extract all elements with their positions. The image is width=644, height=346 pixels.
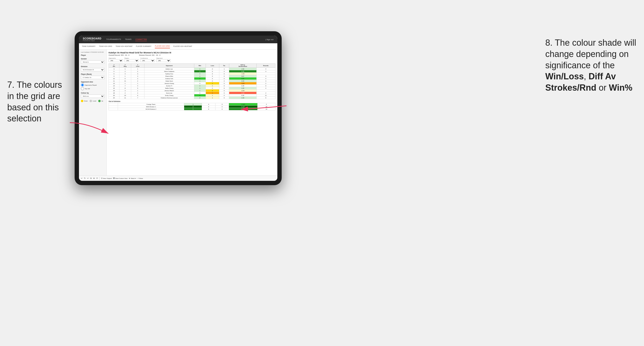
paste-icon[interactable]: ⊕ [93, 177, 95, 179]
top-nav: SCOREBOARD Powered by clippd TOURNAMENTS… [79, 36, 277, 43]
filter-opponents: Opponents: (All) [108, 57, 123, 62]
sub-nav-team-h2h-heatmap[interactable]: TEAM H2H HEATMAP [116, 44, 133, 48]
sub-nav-player-summary[interactable]: PLAYER SUMMARY [136, 44, 152, 48]
legend-up-label: Up [101, 100, 103, 102]
sidebar-timestamp: Last Updated: 27/03/2024 16:55:38 [81, 51, 104, 53]
sub-nav-player-h2h-grid[interactable]: PLAYER H2H GRID [155, 44, 170, 48]
sidebar-radio-group: Opponents Played Top 100 [81, 83, 104, 90]
legend-down: Down [81, 100, 88, 102]
refresh-icon[interactable]: ⟳ [96, 177, 98, 179]
filter-conference-label: Conference [140, 57, 155, 59]
grid-area: Katelyn Vo Head-to-Head Grid for Women's… [107, 49, 277, 175]
tablet-screen: SCOREBOARD Powered by clippd TOURNAMENTS… [79, 36, 277, 181]
table-row: 20106 Emily Chang 4 1 0 0.30 11 [109, 94, 276, 97]
watch-icon: 👁 [129, 178, 130, 179]
sidebar-gender-select[interactable]: Women's [81, 60, 104, 64]
legend-level-label: Level [93, 100, 96, 102]
sidebar-player-rank-section: Player (Rank) 8. Katelyn Vo [81, 73, 104, 79]
table-row: 311 Esther Lee 1 0 1 1.50 4 [109, 68, 276, 70]
sidebar-player-rank-label: Player (Rank) [81, 73, 104, 75]
grid-title: Katelyn Vo Head-to-Head Grid for Women's… [108, 51, 276, 54]
toolbar-divider-1 [100, 177, 100, 180]
annotation-left: 7. The colours in the grid are based on … [7, 79, 65, 124]
sidebar-opponent-view-section: Opponent view Opponents Played Top 100 [81, 81, 104, 90]
sidebar-gender-label: Gender [81, 58, 104, 60]
nav-tournaments[interactable]: TOURNAMENTS [106, 38, 121, 41]
nav-items: TOURNAMENTS TEAMS COMMITTEE [106, 38, 260, 41]
legend-down-label: Down [84, 100, 88, 102]
view-icon: ☰ [101, 177, 102, 179]
legend-level-dot [90, 100, 92, 102]
filter-opponents-select[interactable]: (All) [108, 59, 123, 62]
sidebar-division-select[interactable]: NCAA Division III [81, 68, 104, 71]
table-row: 522 Alexis Sudjianto 1 0 0 4.00 3 [109, 70, 276, 73]
sidebar-division-section: Division NCAA Division III [81, 66, 104, 71]
th-reg: #Reg [119, 64, 131, 68]
grid-record: Overall Record: 353 - 34 - 6 Division Re… [108, 54, 276, 56]
table-row: 1474 Eunice Yi 2 2 0 0.38 9 [109, 85, 276, 87]
sidebar: Last Updated: 27/03/2024 16:55:38 Player… [79, 49, 107, 175]
filter-opponent-label: Opponent [156, 57, 171, 59]
sidebar-colour-by-label: Colour by [81, 92, 104, 94]
filter-region-select[interactable]: (All) [124, 59, 139, 62]
main-data-table: #Div #Reg #Conf Opponent Win Loss Tie Di… [108, 63, 276, 99]
tablet: SCOREBOARD Powered by clippd TOURNAMENTS… [75, 31, 282, 185]
th-diff: Diff AvStrokes/Rnd [229, 64, 256, 68]
filter-region-label: Region [124, 57, 139, 59]
table-row: NCAA Division 2 5 0 0 7.400 10 [109, 108, 276, 110]
table-row: 1822 Euna Lee 0 1 0 -5.00 2 [109, 92, 276, 94]
view-original-btn[interactable]: ☰ View: Original [101, 177, 112, 179]
watch-btn[interactable]: 👁 Watch ▾ [129, 177, 136, 179]
copy-icon[interactable]: ⧉ [90, 177, 92, 179]
undo2-icon[interactable]: ↩ [87, 177, 89, 179]
filter-conference-select[interactable]: (All) [140, 59, 155, 62]
sidebar-radio-top100[interactable]: Top 100 [81, 87, 104, 90]
legend: Down Level Up [81, 100, 104, 102]
legend-up-dot [98, 100, 101, 102]
table-row: 1631 Jessica Mason 1 2 0 -0.94 [109, 89, 276, 92]
logo-sub: Powered by clippd [83, 40, 101, 41]
th-tie: Tie [219, 64, 229, 68]
table-row: 11112 Heejo Hyun 1 0 0 3.33 3 [109, 80, 276, 82]
table-row: 1311 Jessica Huang 0 1 0 -3.00 2 [109, 82, 276, 85]
filter-opponents-label: Opponents: [108, 57, 123, 59]
sidebar-opponent-view-label: Opponent view [81, 81, 104, 83]
th-win: Win [194, 64, 206, 68]
sub-nav-player-h2h-heatmap[interactable]: PLAYER H2H HEATMAP [173, 44, 192, 48]
save-custom-view-btn[interactable]: 💾 Save Custom View [113, 177, 128, 179]
redo-icon[interactable]: ↻ [84, 177, 86, 179]
nav-teams[interactable]: TEAMS [125, 38, 132, 41]
annotation-right-text3: or [596, 83, 609, 93]
nav-committee[interactable]: COMMITTEE [135, 38, 147, 41]
sidebar-division-label: Division [81, 66, 104, 67]
filter-opponent: Opponent (All) [156, 57, 171, 62]
th-opponent: Opponent [144, 64, 194, 68]
nav-sign-out[interactable]: | Sign out [265, 38, 274, 41]
table-row: Foreign Team 1 0 0 4.500 2 [109, 103, 276, 106]
sidebar-player-rank-select[interactable]: 8. Katelyn Vo [81, 76, 104, 79]
out-of-division-header: Out of division [108, 101, 276, 102]
out-of-division-table: Foreign Team 1 0 0 4.500 2 NAIA Division… [108, 103, 276, 110]
sub-nav-team-h2h-grid[interactable]: TEAM H2H GRID [99, 44, 112, 48]
share-btn[interactable]: ↗ Share [138, 177, 143, 179]
save-icon: 💾 [113, 177, 115, 179]
main-content: Last Updated: 27/03/2024 16:55:38 Player… [79, 49, 277, 175]
filter-conference: Conference (All) [140, 57, 155, 62]
bottom-toolbar: ↩ ↻ ↩ ⧉ ⊕ ⟳ ☰ View: Original 💾 Save Cust… [79, 175, 277, 181]
undo-icon[interactable]: ↩ [81, 177, 82, 179]
sub-nav: TEAM SUMMARY TEAM H2H GRID TEAM H2H HEAT… [79, 43, 277, 49]
sidebar-colour-by-select[interactable]: Win/Loss [81, 95, 104, 98]
filter-region: Region (All) [124, 57, 139, 62]
th-rounds: Rounds [256, 64, 275, 68]
filter-opponent-select[interactable]: (All) [156, 59, 171, 62]
sidebar-radio-opponents[interactable]: Opponents Played [81, 83, 104, 87]
legend-level: Level [90, 100, 96, 102]
th-div: #Div [109, 64, 120, 68]
table-row: 914 Sharon Mun 1 0 0 3.67 3 [109, 75, 276, 77]
annotation-right-text1: 8. The colour shade will change dependin… [545, 38, 636, 70]
overall-record: Overall Record: 353 - 34 - 6 [108, 54, 129, 56]
table-row: 633 Sydney Kuo 1 0 0 -1.00 [109, 73, 276, 75]
sidebar-player-label: Player [81, 54, 104, 56]
legend-down-dot [81, 100, 83, 102]
sub-nav-team-summary[interactable]: TEAM SUMMARY [82, 44, 96, 48]
